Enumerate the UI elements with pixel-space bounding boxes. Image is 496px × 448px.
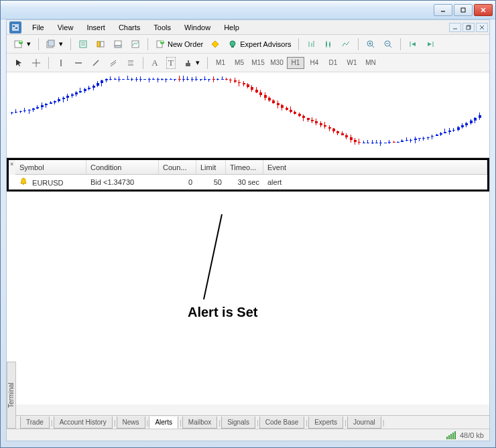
cell-event: alert bbox=[263, 176, 487, 188]
annotation-text: Alert is Set bbox=[188, 305, 257, 320]
line-chart-button[interactable] bbox=[338, 37, 354, 52]
svg-rect-5 bbox=[13, 25, 15, 27]
col-limit[interactable]: Limit bbox=[196, 160, 226, 174]
trendline-button[interactable] bbox=[88, 56, 104, 70]
statusbar: 48/0 kb bbox=[7, 429, 489, 441]
menu-insert[interactable]: Insert bbox=[80, 21, 112, 33]
vertical-line-button[interactable] bbox=[53, 56, 69, 70]
auto-scroll-icon bbox=[408, 39, 418, 50]
svg-rect-20 bbox=[97, 42, 100, 47]
col-condition[interactable]: Condition bbox=[86, 160, 159, 174]
tab-journal[interactable]: Journal bbox=[347, 417, 381, 429]
text-button[interactable]: A bbox=[147, 56, 162, 70]
zoom-in-button[interactable] bbox=[363, 37, 379, 52]
panel-close-button[interactable]: × bbox=[9, 160, 15, 175]
tf-m1[interactable]: M1 bbox=[212, 57, 229, 69]
terminal-icon bbox=[113, 39, 123, 50]
line-chart-icon bbox=[340, 39, 351, 50]
tab-news[interactable]: News bbox=[117, 417, 145, 429]
col-symbol[interactable]: Symbol bbox=[15, 160, 86, 174]
svg-rect-24 bbox=[132, 41, 139, 48]
tab-account-history[interactable]: Account History bbox=[54, 417, 113, 429]
cursor-icon bbox=[13, 58, 24, 68]
tf-h1[interactable]: H1 bbox=[287, 57, 304, 69]
cell-limit: 50 bbox=[196, 176, 226, 188]
tab-alerts[interactable]: Alerts bbox=[149, 417, 178, 429]
svg-line-39 bbox=[372, 46, 374, 48]
close-button[interactable] bbox=[474, 4, 493, 16]
crosshair-button[interactable] bbox=[28, 56, 44, 70]
horizontal-line-button[interactable] bbox=[70, 56, 86, 70]
new-order-label: New Order bbox=[168, 40, 203, 48]
tab-experts[interactable]: Experts bbox=[308, 417, 343, 429]
new-order-button[interactable]: +New Order bbox=[152, 37, 206, 52]
tab-trade[interactable]: Trade bbox=[20, 417, 50, 429]
bar-chart-button[interactable] bbox=[303, 37, 319, 52]
new-chart-icon: + bbox=[13, 39, 24, 50]
channel-icon bbox=[108, 58, 119, 68]
channel-button[interactable] bbox=[105, 56, 121, 70]
svg-rect-6 bbox=[15, 27, 17, 29]
col-counter[interactable]: Coun... bbox=[159, 160, 196, 174]
fibonacci-button[interactable] bbox=[123, 56, 139, 70]
thumbs-up-icon bbox=[182, 58, 193, 68]
arrows-button[interactable]: ▾ bbox=[180, 56, 203, 70]
mdi-close-button[interactable] bbox=[476, 23, 488, 32]
mdi-restore-button[interactable] bbox=[462, 23, 475, 32]
mdi-minimize-button[interactable] bbox=[449, 23, 461, 32]
svg-line-55 bbox=[111, 60, 116, 64]
app-icon bbox=[9, 21, 21, 33]
menu-window[interactable]: Window bbox=[178, 21, 217, 33]
crosshair-icon bbox=[31, 58, 42, 68]
bell-icon bbox=[19, 177, 27, 185]
new-chart-button[interactable]: +▾ bbox=[11, 37, 34, 52]
menu-file[interactable]: File bbox=[25, 21, 51, 33]
tab-mailbox[interactable]: Mailbox bbox=[182, 417, 217, 429]
svg-rect-22 bbox=[115, 41, 121, 46]
col-event[interactable]: Event bbox=[263, 160, 487, 174]
tf-m30[interactable]: M30 bbox=[268, 57, 286, 69]
profiles-button[interactable]: ▾ bbox=[43, 37, 66, 52]
tf-w1[interactable]: W1 bbox=[343, 57, 361, 69]
tf-mn[interactable]: MN bbox=[362, 57, 379, 69]
svg-marker-46 bbox=[412, 42, 416, 46]
market-watch-button[interactable] bbox=[75, 37, 91, 52]
chart-area[interactable] bbox=[7, 72, 489, 158]
auto-scroll-button[interactable] bbox=[405, 37, 421, 52]
cursor-button[interactable] bbox=[11, 56, 27, 70]
menu-tools[interactable]: Tools bbox=[147, 21, 178, 33]
svg-marker-49 bbox=[16, 60, 21, 66]
maximize-button[interactable] bbox=[454, 4, 473, 16]
tab-signals[interactable]: Signals bbox=[221, 417, 255, 429]
zoom-out-button[interactable] bbox=[380, 37, 396, 52]
tf-m5[interactable]: M5 bbox=[231, 57, 248, 69]
text-label-button[interactable]: T bbox=[164, 56, 178, 70]
menu-help[interactable]: Help bbox=[217, 21, 246, 33]
diamond-icon bbox=[210, 39, 221, 50]
metaquotes-button[interactable] bbox=[207, 37, 223, 52]
zoom-out-icon bbox=[383, 39, 393, 50]
menu-view[interactable]: View bbox=[51, 21, 80, 33]
terminal-tabs: Trade| Account History| News| Alerts| Ma… bbox=[16, 415, 489, 429]
app-window: File View Insert Charts Tools Window Hel… bbox=[0, 0, 496, 448]
candle-chart-button[interactable] bbox=[320, 37, 336, 52]
svg-rect-23 bbox=[115, 46, 121, 48]
terminal-side-label[interactable]: Terminal bbox=[7, 362, 16, 429]
alerts-header: Symbol Condition Coun... Limit Timeo... … bbox=[15, 160, 487, 175]
expert-advisors-button[interactable]: Expert Advisors bbox=[225, 37, 294, 52]
col-timeout[interactable]: Timeo... bbox=[226, 160, 263, 174]
alerts-panel: × Symbol Condition Coun... Limit Timeo..… bbox=[7, 158, 489, 192]
tab-code-base[interactable]: Code Base bbox=[259, 417, 304, 429]
navigator-button[interactable] bbox=[92, 37, 109, 52]
tf-m15[interactable]: M15 bbox=[249, 57, 267, 69]
chart-shift-button[interactable] bbox=[422, 37, 438, 52]
alert-row[interactable]: EURUSD Bid <1.34730 0 50 30 sec alert bbox=[9, 175, 487, 190]
terminal-button[interactable] bbox=[110, 37, 126, 52]
tf-h4[interactable]: H4 bbox=[306, 57, 323, 69]
menu-charts[interactable]: Charts bbox=[112, 21, 147, 33]
titlebar bbox=[1, 1, 495, 19]
tf-d1[interactable]: D1 bbox=[324, 57, 342, 69]
strategy-tester-button[interactable] bbox=[127, 37, 143, 52]
minimize-button[interactable] bbox=[434, 4, 452, 16]
svg-point-29 bbox=[230, 41, 235, 46]
